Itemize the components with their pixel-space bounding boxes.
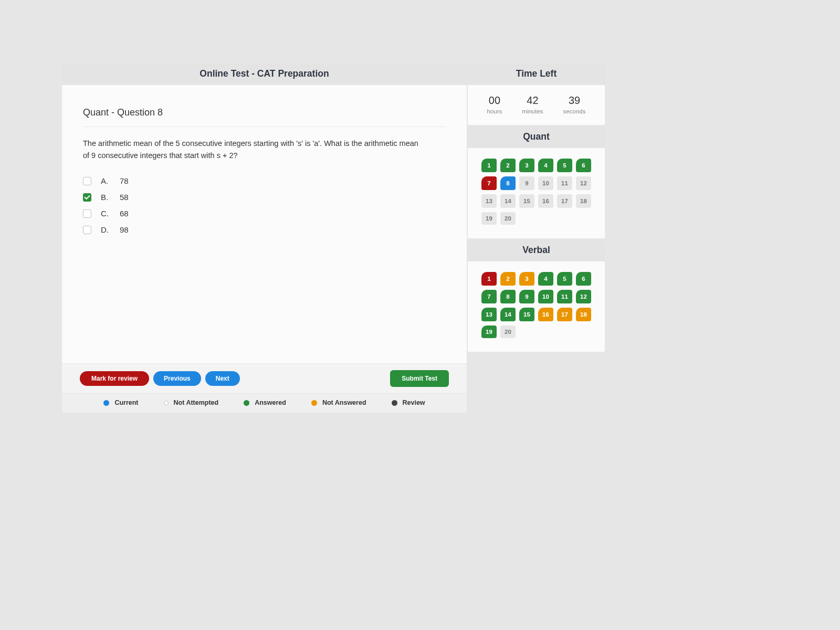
section-title: Quant (468, 131, 605, 142)
question-cell-9[interactable]: 9 (519, 176, 534, 190)
option-text: 78 (120, 176, 129, 185)
legend: Current Not Attempted Answered Not Answe… (62, 393, 467, 413)
app-container: Online Test - CAT Preparation Quant - Qu… (62, 63, 605, 413)
question-cell-15[interactable]: 15 (519, 308, 534, 321)
question-text: The arithmetic mean of the 5 consecutive… (83, 138, 419, 162)
question-cell-17[interactable]: 17 (557, 194, 572, 208)
question-cell-7[interactable]: 7 (481, 176, 497, 190)
timer-seconds: 39 seconds (563, 94, 586, 114)
dot-icon (103, 400, 109, 406)
option-text: 58 (120, 193, 129, 202)
question-cell-8[interactable]: 8 (500, 290, 516, 303)
dot-icon (392, 400, 397, 406)
question-cell-10[interactable]: 10 (538, 176, 553, 190)
verbal-section: Verbal 1234567891011121314151617181920 (468, 239, 605, 352)
quant-grid: 1234567891011121314151617181920 (468, 148, 605, 225)
timer-block: Time Left 00 hours 42 minutes 39 seconds (468, 63, 605, 125)
timer-values: 00 hours 42 minutes 39 seconds (468, 85, 605, 114)
question-cell-1[interactable]: 1 (481, 159, 497, 172)
option-d[interactable]: D. 98 (83, 225, 446, 234)
question-cell-14[interactable]: 14 (500, 308, 516, 321)
legend-current: Current (103, 399, 138, 406)
timer-hours: 00 hours (487, 94, 502, 114)
question-cell-5[interactable]: 5 (557, 159, 572, 172)
question-cell-18[interactable]: 18 (576, 194, 591, 208)
question-cell-9[interactable]: 9 (519, 290, 534, 303)
legend-not-answered: Not Answered (311, 399, 366, 406)
question-cell-16[interactable]: 16 (538, 194, 553, 208)
question-cell-4[interactable]: 4 (538, 159, 553, 172)
option-letter: B. (101, 193, 110, 202)
question-cell-11[interactable]: 11 (557, 290, 572, 303)
timer-minutes: 42 minutes (522, 94, 543, 114)
dot-icon (164, 401, 169, 405)
option-a[interactable]: A. 78 (83, 176, 446, 185)
next-button[interactable]: Next (205, 371, 240, 386)
question-cell-6[interactable]: 6 (576, 272, 591, 286)
page-title: Online Test - CAT Preparation (62, 68, 467, 79)
mark-review-button[interactable]: Mark for review (80, 371, 149, 386)
question-cell-3[interactable]: 3 (519, 272, 534, 286)
quant-header: Quant (468, 126, 605, 148)
question-cell-4[interactable]: 4 (538, 272, 553, 286)
question-area: Quant - Question 8 The arithmetic mean o… (62, 85, 467, 363)
question-cell-11[interactable]: 11 (557, 176, 572, 190)
option-text: 98 (120, 225, 129, 234)
question-cell-2[interactable]: 2 (500, 272, 516, 286)
option-letter: D. (101, 225, 110, 234)
question-cell-12[interactable]: 12 (576, 176, 591, 190)
timer-header: Time Left (468, 63, 605, 85)
option-c[interactable]: C. 68 (83, 209, 446, 218)
question-cell-19[interactable]: 19 (481, 326, 497, 338)
checkbox-icon[interactable] (83, 226, 91, 234)
submit-button[interactable]: Submit Test (390, 370, 449, 387)
verbal-header: Verbal (468, 239, 605, 261)
question-cell-2[interactable]: 2 (500, 159, 516, 172)
dot-icon (244, 400, 249, 406)
checkbox-icon[interactable] (83, 177, 91, 185)
question-cell-13[interactable]: 13 (481, 194, 497, 208)
side-panel: Time Left 00 hours 42 minutes 39 seconds (468, 63, 605, 413)
option-letter: A. (101, 176, 110, 185)
option-text: 68 (120, 209, 129, 218)
question-cell-5[interactable]: 5 (557, 272, 572, 286)
option-letter: C. (101, 209, 110, 218)
footer-buttons: Mark for review Previous Next Submit Tes… (62, 364, 467, 393)
question-cell-13[interactable]: 13 (481, 308, 497, 321)
question-cell-7[interactable]: 7 (481, 290, 497, 303)
question-cell-1[interactable]: 1 (481, 272, 497, 286)
question-cell-18[interactable]: 18 (576, 308, 591, 321)
question-cell-14[interactable]: 14 (500, 194, 516, 208)
option-b[interactable]: B. 58 (83, 193, 446, 202)
previous-button[interactable]: Previous (153, 371, 201, 386)
checkbox-icon[interactable] (83, 209, 91, 218)
section-title: Verbal (468, 245, 605, 256)
question-cell-10[interactable]: 10 (538, 290, 553, 303)
legend-answered: Answered (244, 399, 286, 406)
legend-review: Review (392, 399, 425, 406)
timer-title: Time Left (468, 68, 605, 79)
question-cell-20[interactable]: 20 (500, 212, 516, 225)
question-title: Quant - Question 8 (83, 107, 446, 127)
question-cell-16[interactable]: 16 (538, 308, 553, 321)
checkbox-checked-icon[interactable] (83, 193, 91, 202)
question-cell-15[interactable]: 15 (519, 194, 534, 208)
options-list: A. 78 B. 58 C. 68 D. 98 (83, 176, 446, 234)
legend-not-attempted: Not Attempted (164, 399, 219, 406)
main-panel: Online Test - CAT Preparation Quant - Qu… (62, 63, 467, 413)
question-cell-6[interactable]: 6 (576, 159, 591, 172)
question-cell-12[interactable]: 12 (576, 290, 591, 303)
quant-section: Quant 1234567891011121314151617181920 (468, 126, 605, 238)
main-header: Online Test - CAT Preparation (62, 63, 467, 85)
question-cell-20[interactable]: 20 (500, 326, 516, 338)
question-cell-17[interactable]: 17 (557, 308, 572, 321)
dot-icon (311, 400, 317, 406)
question-cell-3[interactable]: 3 (519, 159, 534, 172)
question-cell-19[interactable]: 19 (481, 212, 497, 225)
footer: Mark for review Previous Next Submit Tes… (62, 363, 467, 413)
verbal-grid: 1234567891011121314151617181920 (468, 261, 605, 338)
question-cell-8[interactable]: 8 (500, 176, 516, 190)
